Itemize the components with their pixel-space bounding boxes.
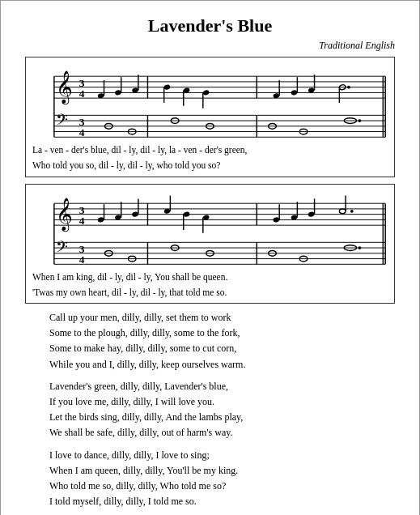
verse-1-line-4: While you and I, dilly, dilly, keep ours… — [49, 359, 245, 370]
svg-text:𝄢: 𝄢 — [56, 111, 68, 132]
verse-3-line-2: When I am queen, dilly, dilly, You'll be… — [49, 465, 238, 476]
verse-3-line-3: Who told me so, dilly, dilly, Who told m… — [49, 480, 226, 492]
lyrics-1-1: La - ven - der's blue, dil - ly, dil - l… — [31, 143, 389, 157]
page-title: Lavender's Blue — [25, 15, 395, 36]
svg-point-95 — [350, 209, 354, 212]
verse-2-line-4: We shall be safe, dilly, dilly, out of h… — [49, 427, 232, 438]
verse-2-line-1: Lavender's green, dilly, dilly, Lavender… — [49, 381, 228, 392]
svg-point-103 — [358, 246, 361, 249]
svg-point-25 — [114, 90, 121, 96]
verse-2: Lavender's green, dilly, dilly, Lavender… — [49, 379, 395, 441]
staff-svg-2: 𝄞 𝄢 3 4 3 4 — [31, 188, 389, 269]
svg-point-43 — [347, 86, 350, 89]
music-section-1: 𝄞 𝄢 3 4 3 4 — [25, 57, 395, 177]
verse-block: Call up your men, dilly, dilly, set them… — [49, 310, 395, 509]
svg-point-87 — [273, 216, 280, 223]
verse-3-line-1: I love to dance, dilly, dilly, I love to… — [49, 449, 210, 461]
svg-text:4: 4 — [79, 253, 85, 266]
svg-point-91 — [308, 211, 315, 217]
svg-text:4: 4 — [79, 87, 85, 100]
svg-point-51 — [358, 119, 361, 122]
verse-1-line-3: Some to make hay, dilly, dilly, some to … — [49, 343, 236, 354]
verse-3-line-4: I told myself, dilly, dilly, I told me s… — [49, 496, 197, 507]
svg-text:4: 4 — [79, 215, 85, 227]
svg-text:𝄞: 𝄞 — [56, 198, 73, 232]
verse-1-line-1: Call up your men, dilly, dilly, set them… — [49, 312, 231, 323]
verse-1-line-2: Some to the plough, dilly, dilly, some t… — [49, 327, 240, 338]
verse-2-line-3: Let the birds sing, dilly, dilly, And th… — [49, 411, 243, 423]
svg-text:𝄞: 𝄞 — [56, 70, 73, 105]
svg-text:4: 4 — [79, 126, 85, 138]
lyrics-2-2: 'Twas my own heart, dil - ly, dil - ly, … — [31, 286, 389, 300]
page: Lavender's Blue Traditional English — [0, 0, 420, 515]
music-section-2: 𝄞 𝄢 3 4 3 4 — [25, 184, 395, 304]
lyrics-1-2: Who told you so, dil - ly, dil - ly, who… — [31, 159, 389, 172]
verse-2-line-2: If you love me, dilly, dilly, I will lov… — [49, 396, 214, 407]
svg-point-93 — [339, 208, 346, 213]
verse-1: Call up your men, dilly, dilly, set them… — [49, 310, 395, 372]
svg-point-33 — [202, 90, 210, 96]
verse-3: I love to dance, dilly, dilly, I love to… — [49, 448, 395, 510]
svg-point-29 — [163, 84, 171, 91]
svg-point-83 — [183, 211, 190, 217]
attribution: Traditional English — [25, 40, 395, 52]
svg-point-75 — [97, 216, 104, 223]
svg-text:𝄢: 𝄢 — [56, 237, 68, 258]
lyrics-2-1: When I am king, dil - ly, dil - ly, You … — [31, 270, 389, 284]
staff-svg-1: 𝄞 𝄢 3 4 3 4 — [31, 61, 389, 142]
svg-point-37 — [291, 90, 298, 96]
svg-point-79 — [132, 211, 139, 217]
